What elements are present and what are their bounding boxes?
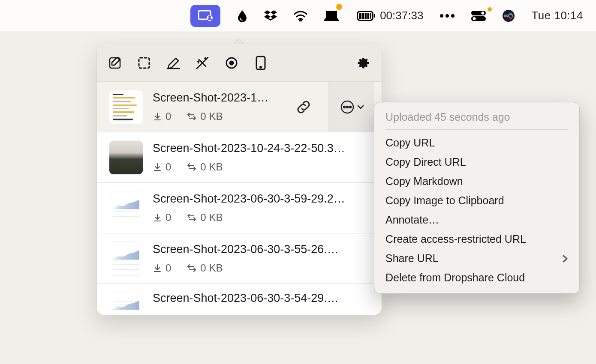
download-count: 0 — [153, 110, 171, 122]
annotate-icon[interactable] — [165, 54, 182, 72]
file-row[interactable]: Screen-Shot-2023-06-30-3-55-26.… 0 0 KB — [97, 233, 382, 284]
copy-link-button[interactable] — [291, 94, 316, 120]
file-row[interactable]: Screen-Shot-2023-10-24-3-22-50.3… 0 0 KB — [97, 132, 382, 183]
file-thumbnail — [109, 242, 143, 276]
file-thumbnail — [109, 292, 143, 315]
context-menu-separator — [385, 129, 568, 130]
file-row[interactable]: Screen-Shot-2023-1… 0 0 KB — [97, 82, 382, 132]
file-meta: Screen-Shot-2023-1… 0 0 KB — [153, 91, 281, 122]
file-name: Screen-Shot-2023-06-30-3-59-29.2… — [153, 192, 373, 206]
file-row[interactable]: Screen-Shot-2023-06-30-3-54-29.… — [97, 284, 382, 315]
download-count: 0 — [153, 262, 171, 274]
ctx-delete[interactable]: Delete from Dropshare Cloud — [374, 268, 579, 287]
context-menu-header: Uploaded 45 seconds ago — [374, 107, 579, 129]
svg-point-28 — [343, 106, 345, 108]
svg-rect-6 — [359, 13, 361, 19]
file-name: Screen-Shot-2023-06-30-3-55-26.… — [153, 243, 373, 256]
file-size: 0 KB — [187, 161, 223, 173]
ctx-copy-image[interactable]: Copy Image to Clipboard — [374, 191, 579, 210]
compose-icon[interactable] — [106, 54, 123, 72]
svg-rect-11 — [374, 14, 375, 18]
file-name: Screen-Shot-2023-06-30-3-54-29.… — [153, 292, 373, 305]
svg-point-24 — [230, 61, 233, 65]
svg-rect-10 — [369, 13, 370, 19]
menubar-siri-icon[interactable] — [502, 5, 515, 27]
ctx-copy-url[interactable]: Copy URL — [374, 133, 579, 152]
svg-rect-7 — [361, 13, 362, 19]
svg-point-12 — [440, 14, 443, 18]
file-size: 0 KB — [187, 110, 223, 122]
file-thumbnail — [109, 140, 143, 175]
file-row-actions — [291, 94, 319, 120]
file-meta: Screen-Shot-2023-06-30-3-54-29.… — [153, 292, 373, 305]
file-row[interactable]: Screen-Shot-2023-06-30-3-59-29.2… 0 0 KB — [97, 183, 382, 233]
menubar-wifi-icon[interactable] — [293, 5, 308, 27]
ctx-create-restricted-url[interactable]: Create access-restricted URL — [374, 230, 579, 249]
popover-toolbar — [97, 44, 382, 82]
menubar-app-dropshare[interactable] — [190, 5, 220, 27]
svg-point-14 — [451, 14, 455, 18]
menubar-clock[interactable]: Tue 10:14 — [531, 5, 583, 27]
svg-point-30 — [349, 106, 351, 108]
ctx-annotate[interactable]: Annotate… — [374, 210, 579, 230]
ctx-copy-markdown[interactable]: Copy Markdown — [374, 172, 579, 191]
svg-rect-9 — [367, 13, 367, 19]
chevron-right-icon — [562, 254, 568, 263]
file-thumbnail — [109, 90, 143, 124]
menubar-display-icon[interactable] — [324, 5, 340, 27]
file-meta: Screen-Shot-2023-06-30-3-59-29.2… 0 0 KB — [153, 192, 373, 224]
menubar-drop-icon[interactable] — [237, 5, 248, 27]
file-size: 0 KB — [187, 262, 223, 274]
file-thumbnail — [109, 191, 143, 225]
record-icon[interactable] — [223, 54, 240, 72]
menubar-overflow-icon[interactable] — [439, 5, 455, 27]
battery-time-text: 00:37:33 — [380, 9, 423, 22]
file-meta: Screen-Shot-2023-10-24-3-22-50.3… 0 0 KB — [153, 142, 373, 173]
svg-point-2 — [208, 15, 211, 18]
file-size: 0 KB — [187, 212, 223, 224]
menubar-control-center-icon[interactable] — [471, 5, 486, 27]
file-name: Screen-Shot-2023-1… — [153, 91, 281, 104]
chevron-down-icon — [357, 104, 364, 110]
more-actions-button[interactable] — [328, 82, 374, 132]
macos-menubar: 00:37:33 Tue 10:14 — [0, 0, 596, 32]
file-meta: Screen-Shot-2023-06-30-3-55-26.… 0 0 KB — [153, 243, 373, 274]
svg-point-3 — [300, 20, 301, 21]
svg-point-29 — [346, 106, 348, 108]
download-count: 0 — [153, 161, 171, 173]
menubar-dropbox-icon[interactable] — [264, 5, 277, 27]
svg-rect-21 — [139, 58, 149, 68]
magic-icon[interactable] — [194, 54, 211, 72]
svg-point-16 — [482, 12, 485, 15]
svg-rect-8 — [364, 13, 365, 19]
upload-history-list: Screen-Shot-2023-1… 0 0 KB — [97, 82, 382, 315]
svg-point-13 — [445, 14, 449, 18]
device-icon[interactable] — [252, 54, 269, 72]
capture-region-icon[interactable] — [135, 54, 153, 72]
file-context-menu: Uploaded 45 seconds ago Copy URL Copy Di… — [374, 102, 580, 294]
svg-point-18 — [473, 17, 476, 20]
svg-point-26 — [260, 66, 262, 68]
dropshare-popover: Screen-Shot-2023-1… 0 0 KB — [96, 44, 382, 315]
file-name: Screen-Shot-2023-10-24-3-22-50.3… — [153, 142, 373, 155]
ctx-share-url[interactable]: Share URL — [374, 249, 579, 268]
settings-gear-icon[interactable] — [355, 54, 372, 72]
download-count: 0 — [153, 212, 171, 224]
ctx-copy-direct-url[interactable]: Copy Direct URL — [374, 152, 579, 172]
menubar-battery[interactable]: 00:37:33 — [357, 5, 423, 27]
